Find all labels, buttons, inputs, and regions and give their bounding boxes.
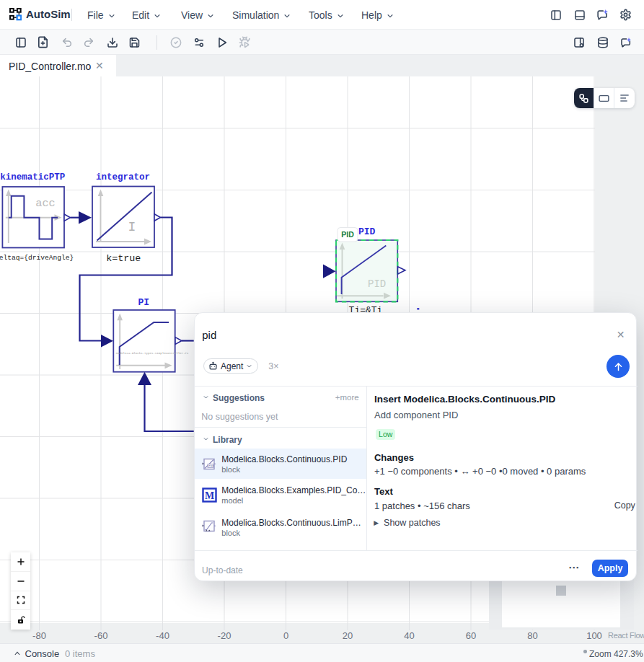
svg-text:PID: PID [368, 278, 386, 290]
svg-text:PID: PID [358, 226, 376, 237]
svg-text:I: I [128, 220, 136, 234]
svg-text:PID: PID [209, 465, 215, 468]
svg-text:deltaq={driveAngle}: deltaq={driveAngle} [0, 254, 74, 262]
svg-text:integrator: integrator [96, 172, 150, 182]
svg-text:kinematicPTP: kinematicPTP [0, 172, 65, 182]
svg-text:Modelica.Blocks.Types.SimpleCo: Modelica.Blocks.Types.SimpleController.P… [116, 352, 189, 355]
svg-text:M: M [205, 490, 214, 501]
svg-text:acc: acc [35, 197, 56, 210]
svg-text:PI: PI [138, 297, 149, 308]
svg-text:PID: PID [341, 230, 354, 239]
svg-text:k=true: k=true [106, 253, 141, 264]
